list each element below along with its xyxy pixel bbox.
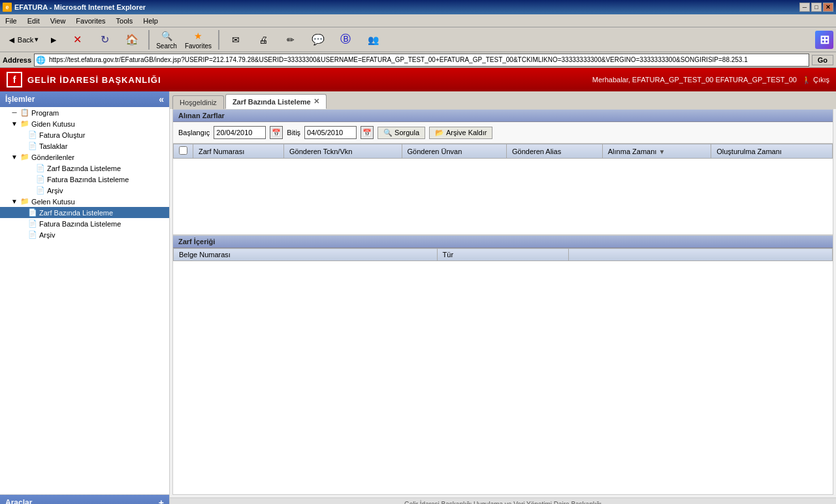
bitis-input[interactable] (304, 126, 357, 139)
sidebar-item-fatura-olustur[interactable]: 📄 Fatura Oluştur (0, 129, 169, 140)
zarflar-table-container[interactable]: Zarf Numarası Gönderen Tckn/Vkn Gönderen… (173, 144, 833, 235)
sidebar-item-fatura-listeleme[interactable]: 📄 Fatura Bazında Listeleme (0, 218, 169, 229)
app-logo: f (7, 72, 22, 87)
browser-icon: 🌐 (36, 55, 46, 65)
stop-icon: ✕ (70, 33, 84, 46)
sidebar-item-zarf-gonder[interactable]: 📄 Zarf Bazında Listeleme (0, 163, 169, 174)
app-header-left: f GELİR İDARESİ BAŞKANLIĞI (7, 72, 161, 87)
tab-hosgeldiniz[interactable]: Hoşgeldiniz (172, 95, 224, 109)
toggle-icon-fatura-olustur (18, 131, 26, 139)
sorgula-label: Sorgula (394, 129, 419, 136)
toggle-icon-program: ─ (10, 109, 18, 117)
logout-label[interactable]: Çıkış (813, 76, 829, 84)
file-icon-arsiv-gonder: 📄 (36, 186, 45, 195)
stop-button[interactable]: ✕ (64, 31, 90, 48)
baslangic-label: Başlangıç (178, 129, 210, 136)
mail-button[interactable]: ✉ (223, 31, 249, 48)
edit-button[interactable]: ✏ (278, 31, 304, 48)
users-button[interactable]: 👥 (360, 31, 386, 48)
folder-icon-gelen: 📁 (20, 197, 29, 206)
sidebar-label-giden-kutusu: Giden Kutusu (31, 120, 75, 128)
print-icon: 🖨 (256, 33, 270, 46)
sorgula-button[interactable]: 🔍 Sorgula (378, 127, 425, 139)
select-all-checkbox[interactable] (179, 146, 187, 155)
minimize-button[interactable]: ─ (799, 3, 810, 12)
sidebar-label-gelen-kutusu: Gelen Kutusu (31, 198, 75, 206)
menu-favorites[interactable]: Favorites (73, 16, 108, 25)
menu-file[interactable]: File (3, 16, 20, 25)
address-bar: Address 🌐 Go (0, 52, 836, 68)
sidebar-item-gelen-kutusu[interactable]: ▼ 📁 Gelen Kutusu (0, 196, 169, 207)
zarf-icerigi-title: Zarf İçeriği (178, 238, 215, 245)
file-icon-zarf-listeleme: 📄 (28, 208, 37, 217)
filter-bar: Başlangıç 📅 Bitiş 📅 🔍 Sorgula 📂 Arşive K… (173, 122, 833, 144)
zarf-icerigi-table-container[interactable]: Belge Numarası Tür (173, 248, 833, 313)
alinan-zarflar-title: Alınan Zarflar (178, 112, 225, 119)
sidebar-label-fatura-gonder: Fatura Bazında Listeleme (47, 176, 129, 183)
sidebar-item-arsiv-gelen[interactable]: 📄 Arşiv (0, 229, 169, 240)
th-belge-no: Belge Numarası (174, 249, 438, 261)
address-label: Address (3, 56, 31, 64)
file-icon-zarf-gonder: 📄 (36, 164, 45, 172)
menu-edit[interactable]: Edit (25, 16, 42, 25)
tab-close-zarf-bazinda[interactable]: ✕ (314, 97, 319, 106)
file-icon-fatura-olustur: 📄 (28, 131, 37, 139)
sidebar-item-taslaklar[interactable]: 📄 Taslaklar (0, 140, 169, 151)
menu-tools[interactable]: Tools (114, 16, 136, 25)
refresh-button[interactable]: ↻ (91, 31, 118, 48)
users-icon: 👥 (366, 33, 380, 46)
sidebar-item-zarf-listeleme[interactable]: 📄 Zarf Bazında Listeleme (0, 207, 169, 218)
zarf-icerigi-table: Belge Numarası Tür (173, 248, 833, 261)
file-icon-taslaklar: 📄 (28, 142, 37, 150)
sidebar-item-gonderilenler[interactable]: ▼ 📁 Gönderilenler (0, 151, 169, 163)
arsive-kaldir-button[interactable]: 📂 Arşive Kaldır (429, 127, 492, 139)
bluetooth-button[interactable]: Ⓑ (332, 31, 359, 48)
app-footer: Gelir İdaresi Başkanlığı Uygulama ve Ver… (170, 497, 836, 504)
menu-bar: File Edit View Favorites Tools Help (0, 14, 836, 27)
home-button[interactable]: 🏠 (119, 31, 145, 48)
app-header: f GELİR İDARESİ BAŞKANLIĞI Merhabalar, E… (0, 68, 836, 91)
go-button[interactable]: Go (812, 55, 833, 65)
baslangic-input[interactable] (214, 126, 266, 139)
folder-icon-program: 📋 (20, 108, 29, 117)
main-panel: Alınan Zarflar Başlangıç 📅 Bitiş 📅 🔍 Sor… (172, 109, 833, 495)
baslangic-calendar-button[interactable]: 📅 (270, 126, 283, 139)
alinan-zarflar-header: Alınan Zarflar (173, 110, 833, 122)
tab-zarf-bazinda[interactable]: Zarf Bazında Listeleme ✕ (225, 94, 327, 109)
logout-button[interactable]: 🚶 Çıkış (802, 76, 829, 84)
maximize-button[interactable]: □ (811, 3, 822, 12)
th-alinma-zamani[interactable]: Alınma Zamanı ▼ (602, 144, 711, 159)
greeting-text: Merhabalar, EFATURA_GP_TEST_00 EFATURA_G… (592, 76, 797, 84)
sidebar-item-arsiv-gonder[interactable]: 📄 Arşiv (0, 185, 169, 196)
sidebar-collapse-button[interactable]: « (159, 94, 164, 104)
sidebar-item-giden-kutusu[interactable]: ▼ 📁 Giden Kutusu (0, 118, 169, 129)
sidebar-item-fatura-gonder[interactable]: 📄 Fatura Bazında Listeleme (0, 174, 169, 185)
browser-toolbar: ◄ Back ▾ ► ✕ ↻ 🏠 🔍 Search ★ Favorites ✉ … (0, 27, 836, 52)
menu-help[interactable]: Help (140, 16, 161, 25)
araçlar-expand-button[interactable]: + (159, 497, 164, 504)
favorites-button[interactable]: ★ Favorites (182, 27, 215, 52)
toggle-icon-gelen: ▼ (10, 198, 18, 206)
title-bar-left: e EFATURA - Microsoft Internet Explorer (3, 3, 146, 12)
back-button[interactable]: ◄ Back ▾ (3, 33, 43, 47)
separator-2 (218, 30, 219, 50)
app-icon: e (3, 3, 12, 12)
bluetooth-icon: Ⓑ (338, 33, 353, 46)
sidebar-label-taslaklar: Taslaklar (39, 142, 67, 150)
sidebar-label-fatura-olustur: Fatura Oluştur (39, 131, 85, 139)
th-empty (569, 249, 833, 261)
menu-view[interactable]: View (48, 16, 69, 25)
close-button[interactable]: ✕ (823, 3, 833, 12)
toggle-icon-taslaklar (18, 142, 26, 150)
search-button[interactable]: 🔍 Search (153, 27, 180, 52)
folder-icon-giden: 📁 (20, 119, 29, 128)
search-label: Search (156, 42, 177, 50)
print-button[interactable]: 🖨 (250, 31, 276, 48)
sidebar-item-program[interactable]: ─ 📋 Program (0, 107, 169, 118)
sorgula-icon: 🔍 (383, 129, 393, 137)
bitis-calendar-button[interactable]: 📅 (361, 126, 374, 139)
address-input[interactable] (47, 54, 807, 66)
mail-icon: ✉ (229, 33, 243, 46)
discuss-button[interactable]: 💬 (305, 31, 331, 48)
forward-button[interactable]: ► (44, 33, 63, 47)
